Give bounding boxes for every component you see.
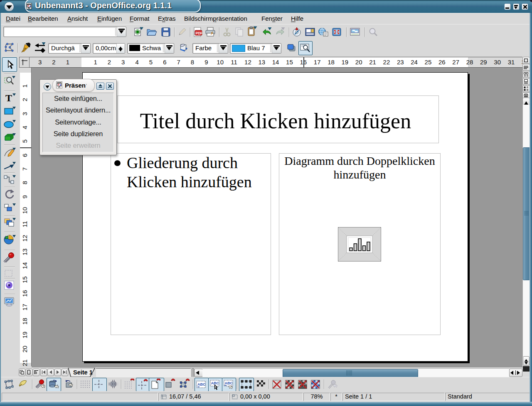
svg-text:T: T [5,93,12,103]
svg-text:PDF: PDF [196,31,203,35]
svg-text:ABC: ABC [225,381,233,385]
svg-text:ABC: ABC [197,382,206,386]
svg-text:ABC: ABC [211,381,219,385]
